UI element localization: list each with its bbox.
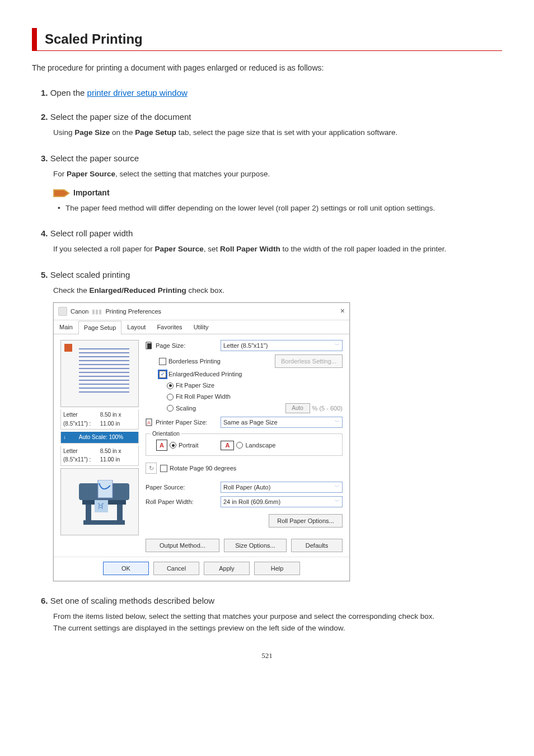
page-preview: [60, 340, 139, 407]
scaling-range: % (5 - 600): [312, 404, 343, 413]
close-icon[interactable]: ×: [340, 305, 345, 318]
preview-paper1-name: Letter (8.5"x11") :: [63, 410, 100, 428]
step-4-head: Select roll paper width: [50, 228, 133, 238]
fit-paper-label: Fit Paper Size: [176, 381, 214, 390]
step-1-num: 1.: [41, 88, 48, 97]
rotate-90-checkbox[interactable]: Rotate Page 90 degrees: [160, 464, 236, 473]
steps-list: 1. Open the printer driver setup window …: [32, 88, 502, 634]
step-4-body-c: to the width of the roll paper loaded in…: [280, 245, 446, 253]
step-5: 5. Select scaled printing Check the Enla…: [41, 270, 502, 581]
paper-source-select[interactable]: Roll Paper (Auto) ﹀: [221, 482, 343, 493]
defaults-button[interactable]: Defaults: [291, 539, 343, 552]
tab-page-setup[interactable]: Page Setup: [78, 321, 122, 334]
step-4-b2: Roll Paper Width: [220, 245, 280, 253]
step-5-body-b: check box.: [186, 286, 224, 295]
enlarged-reduced-checkbox[interactable]: ✓ Enlarged/Reduced Printing: [159, 370, 343, 379]
auto-scale-value: Auto Scale: 100%: [79, 433, 124, 442]
step-3-body-a: For: [53, 170, 67, 178]
step-3-body-b: , select the setting that matches your p…: [115, 170, 270, 178]
svg-rect-5: [86, 505, 91, 521]
step-3-num: 3.: [41, 153, 48, 163]
step-1: 1. Open the printer driver setup window: [41, 88, 502, 97]
paper-source-value: Roll Paper (Auto): [223, 483, 270, 492]
orientation-label: Orientation: [151, 430, 181, 438]
borderless-checkbox[interactable]: Borderless Printing: [159, 357, 221, 366]
step-4-num: 4.: [41, 228, 48, 238]
tab-layout[interactable]: Layout: [121, 320, 151, 334]
step-6-body-a: From the items listed below, select the …: [53, 611, 502, 623]
step-6: 6. Set one of scaling methods described …: [41, 596, 502, 634]
printer-paper-size-value: Same as Page Size: [223, 418, 278, 427]
preview-paper1-dim: 8.50 in x 11.00 in: [100, 410, 136, 428]
printer-driver-link[interactable]: printer driver setup window: [87, 88, 188, 97]
landscape-icon: A: [221, 441, 234, 450]
preview-column: Letter (8.5"x11") : 8.50 in x 11.00 in ↓…: [60, 340, 139, 552]
borderless-setting-button: Borderless Setting...: [275, 354, 343, 368]
scaling-label: Scaling: [176, 404, 196, 413]
page-size-label: Page Size:: [156, 341, 185, 351]
landscape-label: Landscape: [245, 441, 275, 450]
dialog-title: Printing Preferences: [105, 307, 161, 316]
step-6-num: 6.: [41, 596, 48, 605]
step-4-body-b: , set: [204, 245, 220, 253]
fit-paper-size-radio[interactable]: Fit Paper Size: [167, 381, 343, 390]
step-1-lead: Open the: [50, 88, 87, 97]
step-2-body-a: Using: [53, 128, 74, 137]
step-2-b1: Page Size: [74, 128, 110, 137]
fit-roll-width-radio[interactable]: Fit Roll Paper Width: [167, 392, 343, 402]
step-2: 2. Select the paper size of the document…: [41, 112, 502, 139]
tab-utility[interactable]: Utility: [188, 320, 214, 334]
tab-favorites[interactable]: Favorites: [151, 320, 188, 334]
step-5-head: Select scaled printing: [50, 270, 130, 279]
svg-rect-6: [117, 505, 123, 521]
chevron-down-icon: ﹀: [335, 418, 340, 426]
step-6-body-b: The current settings are displayed in th…: [53, 623, 502, 634]
help-button[interactable]: Help: [254, 562, 300, 575]
roll-paper-options-button[interactable]: Roll Paper Options...: [269, 514, 343, 528]
cancel-button[interactable]: Cancel: [153, 562, 199, 575]
printer-icon: ਖ਼: [76, 480, 135, 528]
step-3-head: Select the paper source: [50, 153, 139, 163]
scaling-radio[interactable]: Scaling Auto % (5 - 600): [167, 403, 343, 413]
scaling-spinner: Auto: [285, 403, 310, 413]
printer-paper-size-select[interactable]: Same as Page Size ﹀: [221, 417, 343, 428]
chevron-down-icon: ﹀: [335, 342, 340, 349]
auto-scale-strip: ↓ Auto Scale: 100%: [60, 432, 139, 444]
preview-paper1-info: Letter (8.5"x11") : 8.50 in x 11.00 in: [60, 409, 139, 430]
step-2-body-c: tab, select the page size that is set wi…: [176, 128, 397, 137]
step-2-body-b: on the: [110, 128, 135, 137]
step-2-head: Select the paper size of the document: [50, 112, 191, 122]
preview-paper2-info: Letter (8.5"x11") : 8.50 in x 11.00 in: [60, 446, 139, 466]
printer-paper-icon: A: [146, 418, 153, 426]
rotate-icon: ↻: [146, 463, 157, 474]
ok-button[interactable]: OK: [103, 562, 149, 575]
fit-roll-label: Fit Roll Paper Width: [176, 392, 231, 402]
page-size-select[interactable]: Letter (8.5"x11") ﹀: [221, 340, 343, 351]
step-4: 4. Select roll paper width If you select…: [41, 228, 502, 255]
dialog-titlebar: Canon ▮▮▮ Printing Preferences ×: [54, 303, 349, 320]
step-5-num: 5.: [41, 270, 48, 279]
step-3-b1: Paper Source: [67, 170, 115, 178]
rotate-90-label: Rotate Page 90 degrees: [170, 464, 236, 473]
dialog-brand: Canon: [71, 307, 88, 316]
printer-paper-size-label: Printer Paper Size:: [156, 418, 207, 427]
page-title-block: Scaled Printing: [32, 28, 502, 51]
important-box: Important The paper feed method will dif…: [53, 187, 502, 214]
output-method-button[interactable]: Output Method...: [146, 539, 219, 552]
page-number: 521: [32, 651, 502, 660]
landscape-radio[interactable]: A Landscape: [221, 441, 275, 450]
settings-column: Page Size: Letter (8.5"x11") ﹀: [146, 340, 343, 552]
portrait-radio[interactable]: A Portrait: [156, 440, 198, 451]
portrait-label: Portrait: [179, 441, 198, 450]
step-3: 3. Select the paper source For Paper Sou…: [41, 153, 502, 214]
dialog-action-buttons: OK Cancel Apply Help: [54, 557, 349, 581]
preview-paper2-dim: 8.50 in x 11.00 in: [100, 447, 136, 464]
orientation-group: Orientation A Portrait A: [146, 433, 343, 456]
roll-paper-width-select[interactable]: 24 in Roll (609.6mm) ﹀: [221, 496, 343, 507]
tab-main[interactable]: Main: [54, 320, 78, 334]
size-options-button[interactable]: Size Options...: [224, 539, 287, 552]
apply-button[interactable]: Apply: [204, 562, 250, 575]
app-icon: [58, 307, 67, 316]
intro-text: The procedure for printing a document wi…: [32, 63, 502, 72]
step-2-b2: Page Setup: [135, 128, 176, 137]
